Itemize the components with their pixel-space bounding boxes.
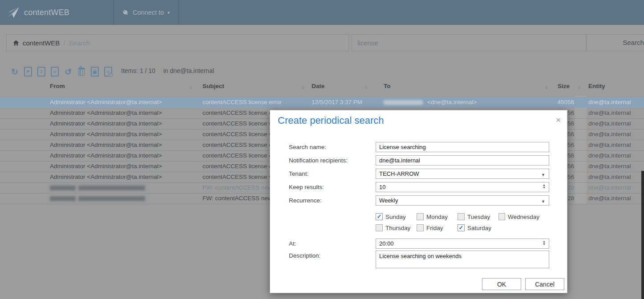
items-counter: Items: 1 / 10 in dne@ta.internal [121, 67, 214, 74]
day-checkbox-item[interactable]: Sunday [376, 213, 417, 220]
chevron-down-icon: ▼ [541, 173, 545, 177]
search-input[interactable] [352, 34, 586, 51]
cell-entity: dne@ta.internal [588, 120, 631, 127]
cancel-button[interactable]: Cancel [525, 278, 564, 290]
cell-from: Administrator <Administrator@ta.internal… [50, 174, 162, 180]
tenant-label: Tenant: [289, 170, 308, 177]
cell-entity: dne@ta.internal [588, 174, 631, 180]
cell-from [50, 184, 148, 191]
export-pdf-icon[interactable]: P [21, 65, 35, 78]
cell-entity: dne@ta.internal [588, 163, 631, 170]
cell-entity: dne@ta.internal [588, 99, 631, 105]
create-periodical-search-dialog: Create periodical search × Search name: … [270, 110, 567, 293]
day-checkbox-item[interactable]: Friday [417, 224, 458, 231]
stepper-arrows-icon[interactable]: ▲▼ [543, 240, 546, 246]
day-checkbox-item[interactable]: Saturday [458, 224, 498, 231]
restore-icon[interactable]: ↺ [61, 65, 75, 78]
at-time-stepper[interactable] [376, 238, 549, 249]
description-label: Description: [289, 252, 320, 259]
column-header-size[interactable]: Size [558, 83, 570, 89]
app-logo[interactable]: contentWEB [6, 0, 69, 25]
connect-to-menu[interactable]: Connect to ▾ [113, 0, 178, 25]
checkbox-icon[interactable] [376, 213, 383, 220]
checkbox-icon[interactable] [417, 213, 424, 220]
keep-results-stepper[interactable] [376, 182, 549, 192]
cell-from: Administrator <Administrator@ta.internal… [50, 152, 162, 159]
day-label: Wednesday [508, 214, 539, 220]
sort-icon[interactable]: ▴▾ [365, 85, 367, 89]
tenant-dropdown[interactable]: TECH-ARROW ▼ [376, 169, 549, 179]
ok-button[interactable]: OK [482, 278, 521, 290]
breadcrumb-separator: / [63, 39, 65, 47]
sort-icon[interactable]: ▴▾ [302, 85, 304, 89]
periodical-search-icon[interactable]: ≡ [101, 65, 115, 78]
checkbox-icon[interactable] [458, 224, 465, 231]
column-header-from[interactable]: From [50, 83, 65, 89]
day-checkbox-item[interactable]: Tuesday [458, 213, 498, 220]
cell-entity: dne@ta.internal [588, 184, 631, 191]
breadcrumb-current: Search [69, 39, 90, 47]
day-checkbox-item[interactable]: Monday [417, 213, 458, 220]
breadcrumb-root[interactable]: contentWEB [23, 39, 60, 47]
checkbox-icon[interactable] [417, 224, 424, 231]
search-button[interactable]: Search [586, 34, 644, 51]
tenant-value: TECH-ARROW [379, 170, 419, 177]
cell-from: Administrator <Administrator@ta.internal… [50, 120, 162, 127]
recurrence-dropdown[interactable]: Weekly ▼ [376, 195, 549, 206]
items-count-label: Items: 1 / 10 [121, 67, 155, 74]
table-row[interactable]: Administrator <Administrator@ta.internal… [0, 97, 644, 108]
stepper-arrows-icon[interactable]: ▲▼ [543, 184, 546, 189]
column-header-subject[interactable]: Subject [203, 83, 224, 89]
refresh-icon[interactable]: ↻ [8, 65, 21, 78]
chevron-down-icon: ▼ [541, 199, 545, 204]
checkbox-icon[interactable] [376, 224, 383, 231]
top-navbar: contentWEB Connect to ▾ [0, 0, 644, 25]
cell-subject: contentACCESS license error [203, 99, 282, 105]
close-icon[interactable]: × [556, 116, 561, 124]
home-icon[interactable] [13, 40, 19, 46]
connect-to-label: Connect to [133, 9, 164, 16]
delete-icon[interactable] [75, 65, 88, 78]
cell-entity: dne@ta.internal [588, 141, 631, 148]
scrollbar[interactable] [641, 171, 644, 299]
day-label: Monday [426, 214, 448, 220]
cell-subject: FW: contentACCESS new [203, 195, 272, 202]
weekdays-row-1: Sunday Monday Tuesday Wednesday [376, 213, 539, 220]
column-header-entity[interactable]: Entity [588, 83, 605, 89]
dialog-title: Create periodical search [278, 115, 384, 126]
export-list-icon[interactable]: ≡ [48, 65, 61, 78]
sort-icon[interactable]: ▴▾ [190, 85, 192, 89]
day-checkbox-item[interactable]: Wednesday [498, 213, 539, 220]
search-name-label: Search name: [289, 144, 326, 150]
cell-entity: dne@ta.internal [588, 131, 631, 137]
sort-icon[interactable]: ▴▾ [546, 85, 547, 89]
sort-icon[interactable]: ▴▾ [579, 85, 580, 89]
recurrence-value: Weekly [379, 197, 398, 204]
cell-from: Administrator <Administrator@ta.internal… [50, 109, 162, 116]
cell-from: Administrator <Administrator@ta.internal… [50, 141, 162, 148]
cell-subject: FW: contentACCESS new [203, 184, 272, 191]
legal-hold-icon[interactable] [88, 65, 101, 78]
export-zip-icon[interactable]: Z [35, 65, 48, 78]
notification-recipients-label: Notification recipients: [289, 157, 348, 164]
day-label: Saturday [467, 225, 491, 231]
cell-size: 45056 [547, 99, 574, 105]
results-toolbar: ↻ P Z ≡ ↺ ≡ [8, 64, 115, 79]
column-header-date[interactable]: Date [312, 83, 324, 89]
items-scope-label: in dne@ta.internal [163, 67, 214, 74]
cell-date: 12/5/2017 3:37 PM [312, 99, 362, 105]
breadcrumb: contentWEB / Search [6, 34, 349, 51]
weekdays-row-2: Thursday Friday Saturday [376, 224, 498, 231]
cell-entity: dne@ta.internal [588, 195, 631, 202]
cell-from [50, 195, 148, 202]
column-header-to[interactable]: To [384, 83, 391, 89]
keep-results-label: Keep results: [289, 184, 324, 190]
description-field[interactable]: License searching on weekends [376, 251, 549, 268]
day-checkbox-item[interactable]: Thursday [376, 224, 417, 231]
search-name-field[interactable] [376, 142, 549, 152]
notification-recipients-field[interactable] [376, 155, 549, 166]
cell-entity: dne@ta.internal [588, 152, 631, 159]
checkbox-icon[interactable] [498, 213, 505, 220]
brand-title: contentWEB [24, 8, 69, 17]
checkbox-icon[interactable] [458, 213, 465, 220]
